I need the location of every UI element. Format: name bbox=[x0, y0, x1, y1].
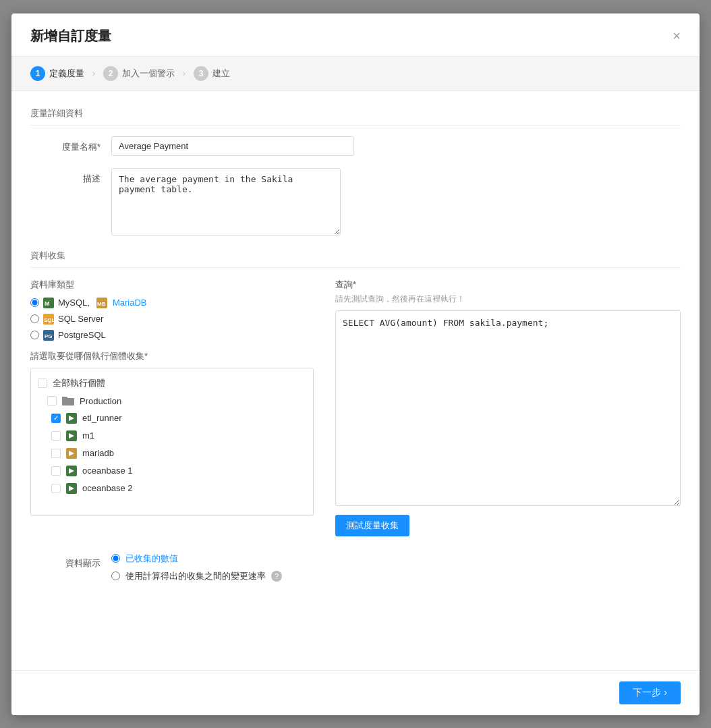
folder-icon bbox=[62, 396, 74, 405]
instance-list: 全部執行個體 Production bbox=[31, 368, 313, 503]
mysql-icon: M bbox=[43, 298, 54, 308]
name-input[interactable] bbox=[111, 136, 354, 156]
close-button[interactable]: × bbox=[673, 29, 681, 43]
instance-etl-runner[interactable]: etl_runner bbox=[31, 410, 313, 427]
oceanbase2-label: oceanbase 2 bbox=[82, 483, 132, 493]
modal-container: 新增自訂度量 × 1 定義度量 › 2 加入一個警示 › 3 建立 度量詳細資料… bbox=[11, 13, 700, 715]
data-display-options: 已收集的數值 使用計算得出的收集之間的變更速率 ? bbox=[111, 553, 681, 588]
step-3-label: 建立 bbox=[212, 67, 230, 80]
oceanbase1-label: oceanbase 1 bbox=[82, 466, 132, 476]
form-row-name: 度量名稱* bbox=[30, 136, 681, 156]
sqlserver-label: SQL Server bbox=[58, 314, 103, 324]
m1-label: m1 bbox=[82, 430, 94, 441]
etl-runner-label: etl_runner bbox=[82, 413, 122, 423]
name-label: 度量名稱* bbox=[30, 136, 111, 153]
instance-list-container[interactable]: 全部執行個體 Production bbox=[30, 368, 314, 516]
data-display-label: 資料顯示 bbox=[30, 553, 111, 569]
postgresql-icon: PG bbox=[43, 330, 54, 341]
instance-m1[interactable]: m1 bbox=[31, 427, 313, 445]
etl-runner-icon bbox=[66, 413, 77, 424]
oceanbase2-checkbox[interactable] bbox=[51, 484, 61, 493]
oceanbase1-icon bbox=[66, 466, 77, 476]
instance-oceanbase1[interactable]: oceanbase 1 bbox=[31, 462, 313, 480]
data-display-option1-label: 已收集的數值 bbox=[125, 553, 178, 565]
step-2: 2 加入一個警示 bbox=[103, 66, 175, 81]
postgresql-label: PostgreSQL bbox=[58, 330, 106, 340]
oceanbase2-icon bbox=[66, 483, 77, 494]
select-all-checkbox[interactable] bbox=[38, 379, 47, 388]
data-display-option2-label: 使用計算得出的收集之間的變更速率 bbox=[125, 570, 266, 582]
svg-text:M: M bbox=[45, 300, 50, 307]
step-3-num: 3 bbox=[194, 66, 208, 81]
svg-text:MB: MB bbox=[97, 301, 106, 307]
test-collection-button[interactable]: 測試度量收集 bbox=[335, 515, 409, 536]
modal-body: 度量詳細資料 度量名稱* 描述 The average payment in t… bbox=[11, 91, 700, 670]
step-2-label: 加入一個警示 bbox=[122, 67, 175, 80]
two-col-layout: 資料庫類型 M MySQL, MB bbox=[30, 279, 681, 536]
desc-label: 描述 bbox=[30, 168, 111, 185]
m1-icon bbox=[66, 430, 77, 441]
form-row-desc: 描述 The average payment in the Sakila pay… bbox=[30, 168, 681, 237]
radio-mysql-mariadb[interactable]: M MySQL, MB MariaDB bbox=[30, 298, 314, 308]
instance-oceanbase2[interactable]: oceanbase 2 bbox=[31, 480, 313, 497]
left-column: 資料庫類型 M MySQL, MB bbox=[30, 279, 314, 516]
step-arrow-2: › bbox=[183, 69, 186, 78]
mariadb-checkbox[interactable] bbox=[51, 449, 61, 458]
m1-checkbox[interactable] bbox=[51, 431, 61, 441]
step-1-num: 1 bbox=[30, 66, 45, 81]
svg-text:SQL: SQL bbox=[44, 317, 54, 323]
radio-sqlserver-input[interactable] bbox=[30, 314, 39, 323]
right-column: 查詢* 請先測試查詢，然後再在這裡執行！ SELECT AVG(amount) … bbox=[335, 279, 681, 536]
svg-text:PG: PG bbox=[45, 333, 53, 339]
sqlserver-icon: SQL bbox=[43, 314, 54, 325]
data-display-row: 資料顯示 已收集的數值 使用計算得出的收集之間的變更速率 ? bbox=[30, 553, 681, 588]
data-display-option1-radio[interactable] bbox=[111, 554, 120, 563]
desc-textarea[interactable]: The average payment in the Sakila paymen… bbox=[111, 168, 341, 235]
modal-footer: 下一步 › bbox=[11, 670, 700, 715]
mariadb-instance-icon bbox=[66, 448, 77, 459]
desc-field-container: The average payment in the Sakila paymen… bbox=[111, 168, 681, 237]
db-type-label: 資料庫類型 bbox=[30, 279, 314, 291]
data-display-option2-row[interactable]: 使用計算得出的收集之間的變更速率 ? bbox=[111, 570, 681, 582]
data-display-section: 資料顯示 已收集的數值 使用計算得出的收集之間的變更速率 ? bbox=[30, 553, 681, 588]
next-button[interactable]: 下一步 › bbox=[619, 681, 681, 704]
mariadb-icon: MB bbox=[96, 298, 107, 308]
query-label: 查詢* bbox=[335, 279, 681, 291]
instance-mariadb[interactable]: mariadb bbox=[31, 445, 313, 462]
mariadb-instance-label: mariadb bbox=[82, 448, 114, 458]
step-1-label: 定義度量 bbox=[49, 67, 84, 80]
help-icon[interactable]: ? bbox=[271, 571, 282, 582]
radio-postgresql[interactable]: PG PostgreSQL bbox=[30, 330, 314, 341]
data-display-option2-radio[interactable] bbox=[111, 571, 120, 580]
svg-rect-9 bbox=[62, 397, 67, 399]
production-group-checkbox[interactable] bbox=[47, 396, 57, 405]
step-arrow-1: › bbox=[92, 69, 95, 78]
db-type-radio-group: M MySQL, MB MariaDB bbox=[30, 298, 314, 341]
instance-select-all[interactable]: 全部執行個體 bbox=[31, 374, 313, 393]
mysql-label: MySQL, bbox=[58, 298, 90, 308]
steps-bar: 1 定義度量 › 2 加入一個警示 › 3 建立 bbox=[11, 57, 700, 91]
step-3: 3 建立 bbox=[194, 66, 230, 81]
production-group-label: Production bbox=[80, 396, 121, 406]
name-field-container bbox=[111, 136, 681, 156]
query-hint: 請先測試查詢，然後再在這裡執行！ bbox=[335, 293, 681, 305]
radio-sqlserver[interactable]: SQL SQL Server bbox=[30, 314, 314, 325]
modal-header: 新增自訂度量 × bbox=[11, 13, 700, 57]
section-data-collection: 資料收集 bbox=[30, 250, 681, 268]
mariadb-label: MariaDB bbox=[113, 298, 147, 308]
radio-mysql-mariadb-input[interactable] bbox=[30, 298, 39, 307]
query-textarea[interactable]: SELECT AVG(amount) FROM sakila.payment; bbox=[335, 310, 681, 506]
group-production[interactable]: Production bbox=[31, 393, 313, 410]
step-2-num: 2 bbox=[103, 66, 118, 81]
step-1: 1 定義度量 bbox=[30, 66, 84, 81]
select-all-label: 全部執行個體 bbox=[53, 377, 105, 389]
section-metric-details: 度量詳細資料 bbox=[30, 107, 681, 125]
instance-picker-label: 請選取要從哪個執行個體收集* bbox=[30, 350, 314, 362]
etl-runner-checkbox[interactable] bbox=[51, 414, 61, 423]
radio-postgresql-input[interactable] bbox=[30, 331, 39, 339]
modal-title: 新增自訂度量 bbox=[30, 27, 111, 45]
oceanbase1-checkbox[interactable] bbox=[51, 466, 61, 476]
data-display-option1-row[interactable]: 已收集的數值 bbox=[111, 553, 681, 565]
